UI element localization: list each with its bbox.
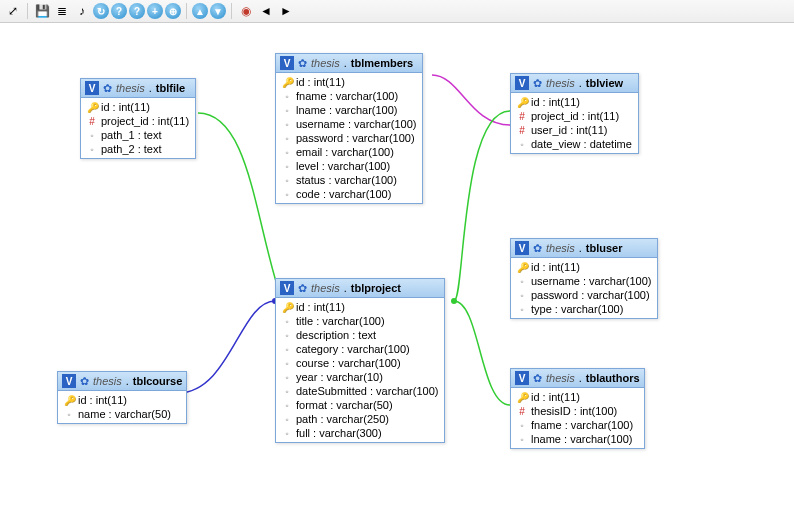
view-badge-icon[interactable]: V [280,56,294,70]
view-badge-icon[interactable]: V [515,371,529,385]
column[interactable]: ◦status : varchar(100) [276,173,422,187]
entity-header[interactable]: V✿thesis.tblproject [276,279,444,298]
column-def: email : varchar(100) [296,146,394,158]
view-badge-icon[interactable]: V [62,374,76,388]
entity-header[interactable]: V✿thesis.tblfile [81,79,195,98]
entity-header[interactable]: V✿thesis.tbluser [511,239,657,258]
column[interactable]: 🔑id : int(11) [276,75,422,89]
entity-tblfile[interactable]: V✿thesis.tblfile🔑id : int(11)#project_id… [80,78,196,159]
column[interactable]: ◦fname : varchar(100) [276,89,422,103]
gear-icon[interactable]: ✿ [533,242,542,255]
column[interactable]: 🔑id : int(11) [511,95,638,109]
column[interactable]: #project_id : int(11) [81,114,195,128]
table-name: tblmembers [351,57,413,69]
entity-header[interactable]: V✿thesis.tblcourse [58,372,186,391]
column[interactable]: ◦fname : varchar(100) [511,418,644,432]
list-icon[interactable]: ≣ [53,2,71,20]
field-icon: ◦ [282,175,292,186]
column[interactable]: ◦level : varchar(100) [276,159,422,173]
entity-tblview[interactable]: V✿thesis.tblview🔑id : int(11)#project_id… [510,73,639,154]
table-name: tblfile [156,82,185,94]
column[interactable]: ◦dateSubmitted : varchar(100) [276,384,444,398]
left-icon[interactable]: ◄ [257,2,275,20]
column[interactable]: ◦password : varchar(100) [276,131,422,145]
expand-icon[interactable]: ⤢ [4,2,22,20]
up-icon[interactable]: ▲ [192,3,208,19]
table-name: tblcourse [133,375,183,387]
plus-icon[interactable]: + [147,3,163,19]
entity-header[interactable]: V✿thesis.tblauthors [511,369,644,388]
column-def: id : int(11) [531,96,580,108]
column-list: 🔑id : int(11)#project_id : int(11)◦path_… [81,98,195,158]
column[interactable]: ◦description : text [276,328,444,342]
column[interactable]: ◦password : varchar(100) [511,288,657,302]
column[interactable]: #project_id : int(11) [511,109,638,123]
column[interactable]: ◦year : varchar(10) [276,370,444,384]
column[interactable]: ◦lname : varchar(100) [511,432,644,446]
entity-tblmembers[interactable]: V✿thesis.tblmembers🔑id : int(11)◦fname :… [275,53,423,204]
column-def: path_1 : text [101,129,162,141]
schema-label: thesis [311,282,340,294]
note-icon[interactable]: ♪ [73,2,91,20]
column[interactable]: ◦username : varchar(100) [511,274,657,288]
column[interactable]: ◦name : varchar(50) [58,407,186,421]
view-badge-icon[interactable]: V [515,76,529,90]
column[interactable]: ◦path : varchar(250) [276,412,444,426]
gear-icon[interactable]: ✿ [533,77,542,90]
down-icon[interactable]: ▼ [210,3,226,19]
field-icon: ◦ [517,434,527,445]
column[interactable]: ◦username : varchar(100) [276,117,422,131]
field-icon: ◦ [282,344,292,355]
help-icon[interactable]: ? [111,3,127,19]
toolbar: ⤢💾≣♪↻??+⊕▲▼◉◄► [0,0,794,23]
column[interactable]: ◦path_2 : text [81,142,195,156]
field-icon: ◦ [282,414,292,425]
column[interactable]: ◦date_view : datetime [511,137,638,151]
entity-tblproject[interactable]: V✿thesis.tblproject🔑id : int(11)◦title :… [275,278,445,443]
table-name: tblproject [351,282,401,294]
column[interactable]: ◦code : varchar(100) [276,187,422,201]
column[interactable]: #thesisID : int(100) [511,404,644,418]
gear-icon[interactable]: ✿ [298,57,307,70]
column[interactable]: ◦course : varchar(100) [276,356,444,370]
column[interactable]: ◦path_1 : text [81,128,195,142]
gear-icon[interactable]: ✿ [80,375,89,388]
primary-key-icon: 🔑 [517,262,527,273]
entity-tblcourse[interactable]: V✿thesis.tblcourse🔑id : int(11)◦name : v… [57,371,187,424]
column[interactable]: 🔑id : int(11) [276,300,444,314]
view-badge-icon[interactable]: V [280,281,294,295]
table-name: tblauthors [586,372,640,384]
gear-icon[interactable]: ✿ [103,82,112,95]
column-def: id : int(11) [531,261,580,273]
reload-icon[interactable]: ↻ [93,3,109,19]
column[interactable]: 🔑id : int(11) [511,260,657,274]
entity-tbluser[interactable]: V✿thesis.tbluser🔑id : int(11)◦username :… [510,238,658,319]
entity-header[interactable]: V✿thesis.tblview [511,74,638,93]
view-badge-icon[interactable]: V [515,241,529,255]
column[interactable]: 🔑id : int(11) [81,100,195,114]
column[interactable]: 🔑id : int(11) [511,390,644,404]
save-icon[interactable]: 💾 [33,2,51,20]
column[interactable]: ◦format : varchar(50) [276,398,444,412]
pdf-icon[interactable]: ◉ [237,2,255,20]
column-def: description : text [296,329,376,341]
column[interactable]: 🔑id : int(11) [58,393,186,407]
world-icon[interactable]: ⊕ [165,3,181,19]
right-icon[interactable]: ► [277,2,295,20]
column[interactable]: ◦full : varchar(300) [276,426,444,440]
entity-tblauthors[interactable]: V✿thesis.tblauthors🔑id : int(11)#thesisI… [510,368,645,449]
entity-header[interactable]: V✿thesis.tblmembers [276,54,422,73]
erd-canvas: V✿thesis.tblfile🔑id : int(11)#project_id… [0,23,794,530]
column-def: level : varchar(100) [296,160,390,172]
info-icon[interactable]: ? [129,3,145,19]
column[interactable]: ◦type : varchar(100) [511,302,657,316]
column-list: 🔑id : int(11)◦username : varchar(100)◦pa… [511,258,657,318]
column[interactable]: ◦email : varchar(100) [276,145,422,159]
gear-icon[interactable]: ✿ [533,372,542,385]
gear-icon[interactable]: ✿ [298,282,307,295]
view-badge-icon[interactable]: V [85,81,99,95]
column[interactable]: #user_id : int(11) [511,123,638,137]
column[interactable]: ◦lname : varchar(100) [276,103,422,117]
column[interactable]: ◦category : varchar(100) [276,342,444,356]
column[interactable]: ◦title : varchar(100) [276,314,444,328]
